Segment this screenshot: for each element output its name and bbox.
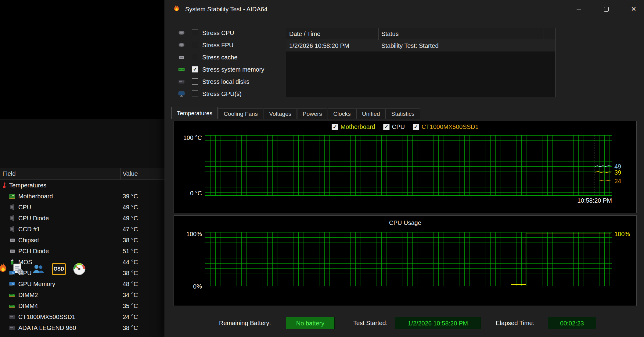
legend-checkbox[interactable]: ✓ <box>383 124 390 130</box>
y-axis-min-label: 0 °C <box>174 190 202 197</box>
cpu-usage-chart: CPU Usage 100% 0% 100% <box>174 215 637 306</box>
field-label: GPU <box>18 268 31 278</box>
titlebar[interactable]: System Stability Test - AIDA64 ✕ <box>164 0 644 18</box>
stress-disks-option[interactable]: ✓ Stress local disks <box>177 76 283 88</box>
log-datetime: 1/2/2026 10:58:20 PM <box>289 40 349 51</box>
gpu-icon <box>9 269 16 277</box>
field-value: 49 °C <box>123 213 138 224</box>
cpu-icon <box>9 204 16 211</box>
table-row[interactable]: DIMM4 35 °C <box>0 300 164 311</box>
stress-fpu-option[interactable]: ✓ Stress FPU <box>177 39 283 51</box>
ccd-icon <box>9 225 16 233</box>
tab-powers[interactable]: Powers <box>297 108 327 119</box>
table-row[interactable]: CPU 49 °C <box>0 202 164 213</box>
stress-cache-checkbox[interactable]: ✓ <box>192 54 198 60</box>
test-started-label: Test Started: <box>353 317 387 329</box>
column-separator[interactable] <box>378 28 379 40</box>
log-header: Date / Time Status <box>286 28 555 40</box>
table-row[interactable]: Chipset 38 °C <box>0 235 164 246</box>
stress-option-label: Stress CPU <box>202 27 234 39</box>
tab-clocks[interactable]: Clocks <box>328 108 356 119</box>
column-separator[interactable] <box>544 28 544 40</box>
check-icon: ✓ <box>414 124 418 129</box>
log-status: Stability Test: Started <box>381 40 439 51</box>
log-column-datetime[interactable]: Date / Time <box>289 28 320 40</box>
stress-memory-option[interactable]: ✓ Stress system memory <box>177 63 283 76</box>
legend-ssd[interactable]: ✓ CT1000MX500SSD1 <box>413 123 479 130</box>
table-row[interactable]: GPU 38 °C <box>0 268 164 278</box>
maximize-button[interactable] <box>596 0 616 18</box>
tab-unified[interactable]: Unified <box>356 108 385 119</box>
field-label: CCD #1 <box>18 224 40 235</box>
tab-statistics[interactable]: Statistics <box>386 108 420 119</box>
field-label: CPU <box>18 202 31 213</box>
remaining-battery-value: No battery <box>286 317 335 329</box>
tab-cooling-fans[interactable]: Cooling Fans <box>218 108 263 119</box>
minimize-button[interactable] <box>569 0 588 18</box>
field-value: 24 °C <box>123 311 138 322</box>
tab-temperatures[interactable]: Temperatures <box>171 107 218 119</box>
disk-icon <box>177 78 186 85</box>
cpu-icon <box>177 29 186 37</box>
log-column-status[interactable]: Status <box>381 28 399 40</box>
legend-checkbox[interactable]: ✓ <box>332 124 338 130</box>
table-row[interactable]: CCD #1 47 °C <box>0 224 164 235</box>
table-row[interactable]: CPU Diode 49 °C <box>0 213 164 224</box>
field-value: 49 °C <box>123 202 138 213</box>
stress-cache-option[interactable]: ✓ Stress cache <box>177 51 283 63</box>
legend-label: Motherboard <box>340 123 375 130</box>
field-label: DIMM2 <box>18 289 38 300</box>
table-row[interactable]: MOS 44 °C <box>0 257 164 268</box>
chipset-icon <box>9 236 16 244</box>
check-icon: ✓ <box>193 67 197 72</box>
table-row[interactable]: GPU Memory 48 °C <box>0 278 164 289</box>
close-icon: ✕ <box>631 5 636 13</box>
tab-bar: Temperatures Cooling Fans Voltages Power… <box>171 107 639 119</box>
ssd-temp-trace <box>595 181 611 181</box>
check-icon: ✓ <box>333 124 337 129</box>
field-column-header[interactable]: Field <box>2 168 16 179</box>
monitor-icon <box>177 90 186 98</box>
table-row[interactable]: CT1000MX500SSD1 24 °C <box>0 311 164 322</box>
field-label: GPU Memory <box>18 278 55 289</box>
close-button[interactable]: ✕ <box>624 0 643 18</box>
stress-cpu-option[interactable]: ✓ Stress CPU <box>177 27 283 39</box>
stability-test-window: System Stability Test - AIDA64 ✕ ✓ Stres… <box>164 0 644 337</box>
value-column-header[interactable]: Value <box>123 168 138 179</box>
field-label: PCH Diode <box>18 246 49 257</box>
cpu-usage-trace <box>205 232 611 286</box>
stress-gpu-checkbox[interactable]: ✓ <box>192 90 198 97</box>
sensorpanel-blank-area <box>0 0 164 119</box>
stress-disks-checkbox[interactable]: ✓ <box>192 78 198 85</box>
thermometer-icon <box>1 182 8 189</box>
stress-option-label: Stress FPU <box>202 39 233 51</box>
ssd-icon <box>9 324 16 332</box>
y-axis-max-label: 100 °C <box>174 134 202 141</box>
cache-icon <box>177 54 186 61</box>
field-value: 38 °C <box>123 322 138 333</box>
stress-fpu-checkbox[interactable]: ✓ <box>192 42 198 48</box>
field-value: 39 °C <box>123 191 138 202</box>
legend-cpu[interactable]: ✓ CPU <box>383 123 405 130</box>
tab-voltages[interactable]: Voltages <box>264 108 297 119</box>
stress-memory-checkbox[interactable]: ✓ <box>192 66 198 73</box>
cpu-usage-current-value: 100% <box>614 231 630 238</box>
chart-legend: ✓ Motherboard ✓ CPU ✓ CT1000MX500SSD1 <box>174 123 636 130</box>
legend-checkbox[interactable]: ✓ <box>413 124 419 130</box>
stress-gpu-option[interactable]: ✓ Stress GPU(s) <box>177 88 283 100</box>
table-row[interactable]: Motherboard 39 °C <box>0 191 164 202</box>
table-row[interactable]: ADATA LEGEND 960 38 °C <box>0 322 164 333</box>
remaining-battery-label: Remaining Battery: <box>219 317 271 329</box>
field-label: ADATA LEGEND 960 <box>18 322 76 333</box>
motherboard-temp-trace <box>595 172 611 172</box>
table-row[interactable]: PCH Diode 51 °C <box>0 246 164 257</box>
column-separator[interactable] <box>121 168 121 179</box>
table-row[interactable]: DIMM2 34 °C <box>0 289 164 300</box>
field-label: MOS <box>18 257 32 268</box>
x-axis-time-label: 10:58:20 PM <box>509 197 612 204</box>
log-row[interactable]: 1/2/2026 10:58:20 PM Stability Test: Sta… <box>286 40 555 51</box>
sensor-group-temperatures[interactable]: Temperatures <box>0 180 164 191</box>
legend-motherboard[interactable]: ✓ Motherboard <box>332 123 375 130</box>
stress-cpu-checkbox[interactable]: ✓ <box>192 30 198 36</box>
field-value: 51 °C <box>123 246 138 257</box>
